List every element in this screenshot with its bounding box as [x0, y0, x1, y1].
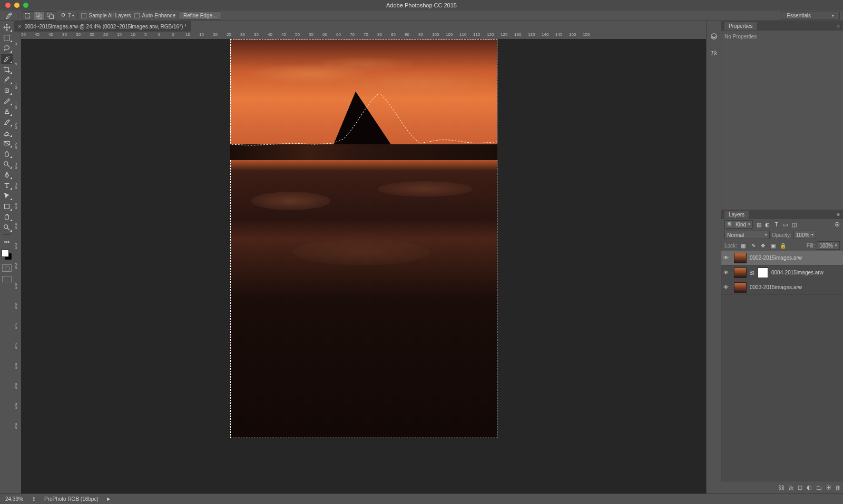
- opacity-input[interactable]: 100%▾: [793, 231, 817, 239]
- layer-name[interactable]: 0003-2015images.arw: [750, 284, 802, 290]
- zoom-window-button[interactable]: [23, 3, 28, 8]
- filter-shape-icon[interactable]: ▭: [781, 221, 789, 228]
- add-to-selection-button[interactable]: [34, 12, 44, 20]
- horizontal-ruler[interactable]: 5045403530252015105051015202530354045505…: [14, 32, 706, 39]
- lock-all-icon[interactable]: 🔒: [779, 242, 787, 249]
- lock-pixels-icon[interactable]: ✎: [750, 242, 757, 249]
- foreground-color[interactable]: [2, 250, 9, 257]
- pen-tool[interactable]: [1, 170, 13, 180]
- blend-mode-dropdown[interactable]: Normal▾: [724, 231, 770, 239]
- layer-thumbnail[interactable]: [734, 282, 747, 293]
- quick-selection-tool[interactable]: [1, 54, 13, 64]
- new-group-icon[interactable]: 🗀: [816, 485, 822, 491]
- svg-rect-5: [50, 15, 53, 18]
- gradient-tool[interactable]: [1, 139, 13, 148]
- lock-position-icon[interactable]: ✥: [759, 242, 767, 249]
- fill-input[interactable]: 100%▾: [817, 241, 840, 250]
- new-selection-button[interactable]: [22, 12, 33, 20]
- path-selection-tool[interactable]: [1, 191, 13, 201]
- link-layers-icon[interactable]: ⛓: [779, 485, 785, 491]
- svg-point-10: [4, 162, 8, 165]
- layer-filter-kind[interactable]: 🔍Kind▾: [724, 220, 753, 229]
- window-controls: [0, 3, 28, 8]
- properties-panel-header[interactable]: Properties ≡: [721, 21, 843, 31]
- refine-edge-button[interactable]: Refine Edge...: [179, 12, 221, 19]
- add-mask-icon[interactable]: ◻: [798, 484, 802, 491]
- brush-size-value: 7: [68, 13, 71, 18]
- layer-mask-thumbnail[interactable]: [758, 268, 768, 278]
- properties-panel-menu[interactable]: ≡: [837, 23, 840, 29]
- type-tool[interactable]: [1, 181, 13, 190]
- properties-tab[interactable]: Properties: [724, 22, 757, 30]
- color-swatches[interactable]: [2, 250, 12, 260]
- filter-pixel-icon[interactable]: ▧: [755, 221, 762, 228]
- export-icon[interactable]: ⇪: [32, 496, 36, 502]
- visibility-toggle-icon[interactable]: 👁: [723, 284, 731, 290]
- filter-adjustment-icon[interactable]: ◐: [764, 221, 771, 228]
- lasso-tool[interactable]: [1, 44, 13, 53]
- document-profile[interactable]: ProPhoto RGB (16bpc): [44, 496, 99, 502]
- svg-point-12: [4, 225, 8, 229]
- filter-type-icon[interactable]: T: [773, 221, 780, 228]
- typekit-panel-icon[interactable]: Tk: [709, 48, 719, 58]
- svg-rect-11: [5, 204, 9, 209]
- screen-mode-button[interactable]: [2, 276, 12, 282]
- shape-tool[interactable]: [1, 202, 13, 211]
- status-flyout-icon[interactable]: ▶: [107, 497, 110, 501]
- layer-name[interactable]: 0004-2015images.arw: [771, 270, 824, 275]
- layer-fx-icon[interactable]: fx: [789, 485, 793, 491]
- filter-toggle[interactable]: ⦿: [835, 222, 840, 228]
- layer-row[interactable]: 👁 ⛓ 0004-2015images.arw: [721, 265, 843, 280]
- crop-tool[interactable]: [1, 65, 13, 74]
- libraries-panel-icon[interactable]: [709, 32, 719, 41]
- layer-thumbnail[interactable]: [734, 253, 747, 263]
- filter-smart-icon[interactable]: ◫: [790, 221, 798, 228]
- hand-tool[interactable]: [1, 212, 13, 222]
- current-tool-indicator[interactable]: [3, 12, 15, 20]
- layers-panel-header[interactable]: Layers ≡: [721, 210, 843, 219]
- close-tab-icon[interactable]: ×: [18, 23, 21, 29]
- layer-name[interactable]: 0002-2015images.arw: [750, 255, 802, 261]
- vertical-ruler[interactable]: 051 01 52 02 53 03 54 04 55 05 56 06 57 …: [14, 39, 21, 493]
- right-panels: Properties ≡ No Properties Layers ≡ 🔍Kin…: [721, 21, 843, 493]
- layer-thumbnail[interactable]: [734, 268, 747, 278]
- dodge-tool[interactable]: [1, 160, 13, 169]
- lock-transparency-icon[interactable]: ▦: [740, 242, 747, 249]
- zoom-level[interactable]: 24.39%: [5, 496, 23, 502]
- blur-tool[interactable]: [1, 149, 13, 159]
- layers-tab[interactable]: Layers: [724, 211, 749, 219]
- history-brush-tool[interactable]: [1, 117, 13, 127]
- canvas[interactable]: [21, 39, 706, 493]
- new-layer-icon[interactable]: ⊞: [826, 484, 831, 491]
- brush-tool[interactable]: [1, 96, 13, 106]
- status-bar: 24.39% ⇪ ProPhoto RGB (16bpc) ▶: [0, 493, 843, 504]
- layers-panel-menu[interactable]: ≡: [837, 212, 840, 218]
- eyedropper-tool[interactable]: [1, 75, 13, 85]
- sample-all-layers-checkbox[interactable]: Sample All Layers: [81, 13, 131, 18]
- lock-artboard-icon[interactable]: ▣: [769, 242, 777, 249]
- eraser-tool[interactable]: [1, 128, 13, 137]
- auto-enhance-checkbox[interactable]: Auto-Enhance: [134, 13, 175, 18]
- layer-row[interactable]: 👁 0002-2015images.arw: [721, 251, 843, 265]
- marquee-tool[interactable]: [1, 33, 13, 43]
- zoom-tool[interactable]: [1, 223, 13, 232]
- workspace-selector[interactable]: Essentials▾: [781, 12, 840, 19]
- layer-row[interactable]: 👁 0003-2015images.arw: [721, 280, 843, 295]
- clone-stamp-tool[interactable]: [1, 107, 13, 116]
- layers-panel-footer: ⛓ fx ◻ ◐ 🗀 ⊞ 🗑: [721, 481, 843, 493]
- subtract-from-selection-button[interactable]: [45, 12, 56, 20]
- edit-toolbar-button[interactable]: •••: [1, 237, 13, 246]
- visibility-toggle-icon[interactable]: 👁: [723, 270, 731, 275]
- brush-size-control[interactable]: 7 ▾: [60, 12, 74, 19]
- document-tab[interactable]: × 0004~2015images.arw @ 24.4% (0002~2015…: [14, 21, 191, 32]
- quick-mask-toggle[interactable]: [2, 264, 12, 272]
- mask-link-icon[interactable]: ⛓: [750, 270, 754, 275]
- move-tool[interactable]: [1, 23, 13, 32]
- minimize-window-button[interactable]: [14, 3, 19, 8]
- healing-brush-tool[interactable]: [1, 86, 13, 95]
- close-window-button[interactable]: [5, 3, 11, 8]
- new-adjustment-icon[interactable]: ◐: [807, 484, 812, 491]
- delete-layer-icon[interactable]: 🗑: [835, 485, 841, 491]
- visibility-toggle-icon[interactable]: 👁: [723, 255, 731, 261]
- layers-panel-body: 🔍Kind▾ ▧ ◐ T ▭ ◫ ⦿ Normal▾ Opacity: 100%…: [721, 219, 843, 493]
